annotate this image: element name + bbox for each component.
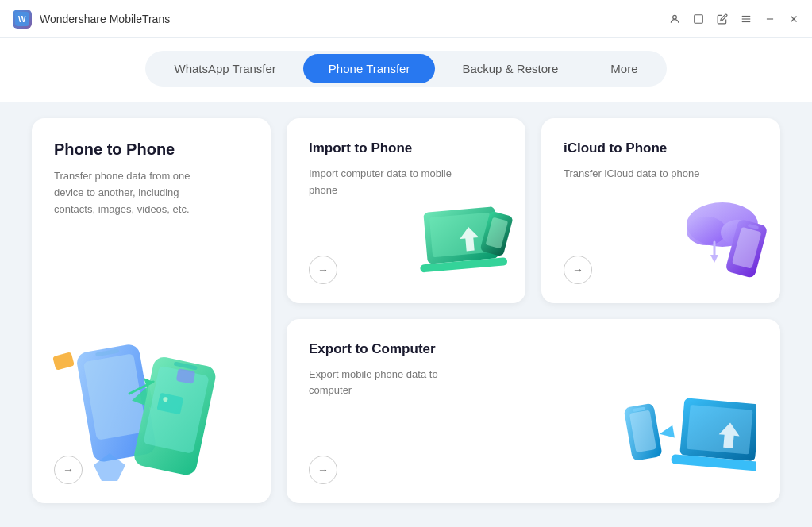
export-to-computer-desc: Export mobile phone data to computer: [309, 367, 468, 400]
svg-rect-3: [695, 14, 703, 23]
nav-tabs: WhatsApp Transfer Phone Transfer Backup …: [145, 51, 666, 87]
icloud-to-phone-arrow[interactable]: →: [564, 256, 592, 284]
icloud-to-phone-desc: Transfer iCloud data to phone: [564, 166, 722, 183]
minimize-button[interactable]: [764, 13, 775, 25]
svg-point-31: [687, 217, 726, 245]
import-to-phone-title: Import to Phone: [309, 140, 503, 156]
edit-icon[interactable]: [717, 13, 728, 25]
svg-point-2: [673, 15, 677, 19]
svg-rect-43: [687, 405, 753, 455]
card-icloud-to-phone: iCloud to Phone Transfer iCloud data to …: [541, 118, 780, 303]
phone-to-phone-title: Phone to Phone: [54, 140, 248, 159]
export-illustration: [622, 381, 756, 495]
export-to-computer-title: Export to Computer: [309, 341, 758, 357]
tab-more[interactable]: More: [585, 54, 663, 83]
card-import-to-phone: Import to Phone Import computer data to …: [287, 118, 525, 303]
title-bar: W Wondershare MobileTrans: [0, 0, 812, 38]
main-content: Phone to Phone Transfer phone data from …: [0, 102, 812, 527]
nav-area: WhatsApp Transfer Phone Transfer Backup …: [0, 38, 812, 102]
svg-marker-41: [658, 425, 675, 440]
phone-to-phone-desc: Transfer phone data from one device to a…: [54, 168, 213, 217]
user-icon[interactable]: [669, 13, 680, 25]
close-button[interactable]: [788, 13, 799, 25]
tab-backup-restore[interactable]: Backup & Restore: [437, 54, 583, 83]
app-title: Wondershare MobileTrans: [40, 13, 170, 25]
phone-to-phone-arrow[interactable]: →: [54, 456, 83, 484]
tab-phone-transfer[interactable]: Phone Transfer: [303, 54, 436, 83]
tab-whatsapp-transfer[interactable]: WhatsApp Transfer: [148, 54, 301, 83]
icloud-illustration: [663, 189, 774, 287]
import-to-phone-arrow[interactable]: →: [309, 256, 337, 284]
menu-icon[interactable]: [741, 13, 752, 25]
window-controls: [669, 13, 799, 25]
svg-text:W: W: [18, 15, 26, 24]
app-icon: W: [13, 10, 32, 29]
app-branding: W Wondershare MobileTrans: [13, 10, 170, 29]
svg-marker-34: [710, 255, 718, 263]
window-restore-icon[interactable]: [693, 13, 704, 25]
import-illustration: [406, 189, 518, 287]
export-to-computer-arrow[interactable]: →: [309, 456, 337, 484]
card-phone-to-phone: Phone to Phone Transfer phone data from …: [32, 118, 271, 503]
icloud-to-phone-title: iCloud to Phone: [564, 140, 758, 156]
card-export-to-computer: Export to Computer Export mobile phone d…: [287, 319, 780, 504]
svg-rect-19: [52, 352, 75, 371]
